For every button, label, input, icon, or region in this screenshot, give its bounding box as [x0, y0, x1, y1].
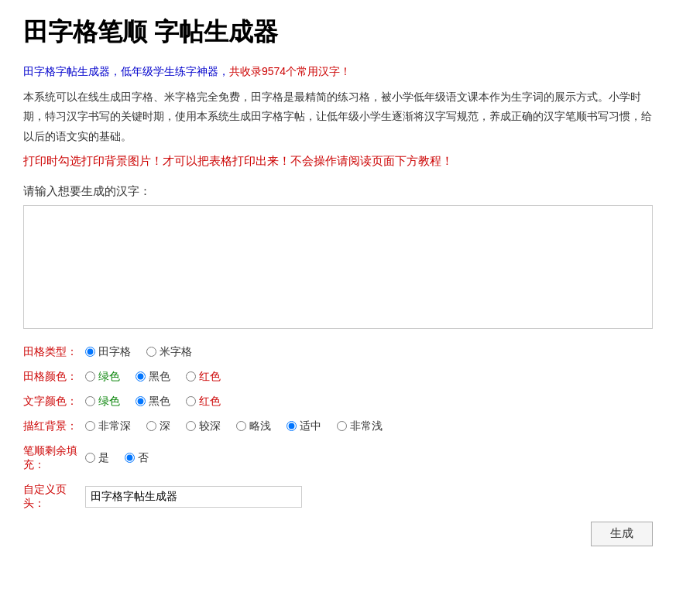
grid-color-row: 田格颜色： 绿色 黑色 红色: [23, 370, 653, 384]
red-bg-label: 描红背景：: [23, 419, 85, 433]
text-color-label: 文字颜色：: [23, 395, 85, 409]
red-bg-medium[interactable]: 适中: [287, 419, 321, 433]
page-title: 田字格笔顺 字帖生成器: [23, 15, 653, 50]
intro-link: 田字格字帖生成器，低年级学生练字神器，: [23, 65, 229, 77]
stroke-fill-yes[interactable]: 是: [85, 451, 109, 465]
stroke-fill-no[interactable]: 否: [125, 451, 149, 465]
grid-type-row: 田格类型： 田字格 米字格: [23, 345, 653, 359]
print-warning: 打印时勾选打印背景图片！才可以把表格打印出来！不会操作请阅读页面下方教程！: [23, 154, 653, 169]
options-section: 田格类型： 田字格 米字格 田格颜色： 绿色 黑色: [23, 345, 653, 511]
grid-color-red[interactable]: 红色: [186, 370, 221, 384]
text-color-row: 文字颜色： 绿色 黑色 红色: [23, 395, 653, 409]
stroke-fill-row: 笔顺剩余填充： 是 否: [23, 444, 653, 472]
text-color-red[interactable]: 红色: [186, 395, 221, 409]
red-bg-dark[interactable]: 深: [146, 419, 170, 433]
red-bg-row: 描红背景： 非常深 深 较深 略浅 适中: [23, 419, 653, 433]
grid-type-mizige[interactable]: 米字格: [146, 345, 192, 359]
input-section-label: 请输入想要生成的汉字：: [23, 184, 653, 199]
grid-type-tianzige[interactable]: 田字格: [85, 345, 131, 359]
intro-line1: 田字格字帖生成器，低年级学生练字神器，共收录9574个常用汉字！: [23, 62, 653, 81]
grid-color-black[interactable]: 黑色: [136, 370, 170, 384]
text-color-green[interactable]: 绿色: [85, 395, 120, 409]
generate-button[interactable]: 生成: [591, 522, 653, 546]
stroke-fill-group: 是 否: [85, 451, 164, 465]
red-bg-group: 非常深 深 较深 略浅 适中 非常浅: [85, 419, 398, 433]
generate-row: 生成: [23, 522, 653, 546]
custom-header-row: 自定义页头：: [23, 483, 653, 511]
custom-header-label: 自定义页头：: [23, 483, 85, 511]
red-bg-very-dark[interactable]: 非常深: [85, 419, 131, 433]
grid-color-green[interactable]: 绿色: [85, 370, 120, 384]
intro-highlight: 共收录9574个常用汉字！: [229, 65, 351, 77]
text-color-group: 绿色 黑色 红色: [85, 395, 236, 409]
intro-line2: 本系统可以在线生成田字格、米字格完全免费，田字格是最精简的练习格，被小学低年级语…: [23, 87, 653, 146]
custom-header-input[interactable]: [85, 486, 302, 508]
red-bg-medium-dark[interactable]: 较深: [186, 419, 221, 433]
grid-color-group: 绿色 黑色 红色: [85, 370, 236, 384]
stroke-fill-label: 笔顺剩余填充：: [23, 444, 85, 472]
red-bg-very-light[interactable]: 非常浅: [337, 419, 383, 433]
red-bg-light[interactable]: 略浅: [236, 419, 271, 433]
text-color-black[interactable]: 黑色: [136, 395, 170, 409]
grid-type-group: 田字格 米字格: [85, 345, 208, 359]
grid-type-label: 田格类型：: [23, 345, 85, 359]
hanzi-input[interactable]: [23, 205, 653, 329]
grid-color-label: 田格颜色：: [23, 370, 85, 384]
